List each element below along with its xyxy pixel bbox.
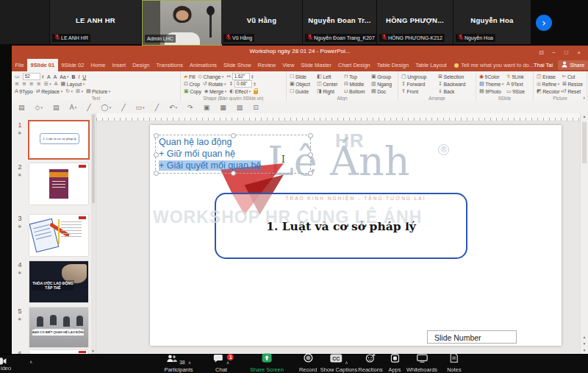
- scroll-down-icon[interactable]: ▼: [581, 347, 588, 354]
- selection-handle[interactable]: [231, 171, 236, 176]
- ribbon-tab-review[interactable]: Review: [254, 59, 279, 71]
- toolbar-item-video-clipped[interactable]: ∧ ideo: [0, 354, 44, 373]
- ribbon-button-9link[interactable]: ↯9Link: [506, 74, 531, 79]
- ribbon-button-9photo[interactable]: ▤9Photo: [479, 88, 503, 94]
- presenter-button[interactable]: ⊡: [535, 49, 548, 56]
- qat-fill-color-icon[interactable]: ◯▾: [101, 104, 112, 111]
- ribbon-tab-animations[interactable]: Animations: [186, 59, 220, 71]
- toolbar-item-show-captions[interactable]: CC∧Show Captions: [320, 356, 357, 373]
- ribbon-tab-insert[interactable]: Insert: [109, 59, 129, 71]
- chevron-up-icon[interactable]: ∧: [345, 360, 348, 365]
- video-tile-admin-lhc[interactable]: Admin LHC: [142, 0, 222, 46]
- ribbon-button-reset[interactable]: ↺Reset: [562, 88, 584, 94]
- ribbon-button-rotate[interactable]: ↺Rotate▾: [203, 81, 226, 87]
- qat-shapes-icon[interactable]: ◇▾: [35, 104, 43, 111]
- ribbon-value-field[interactable]: 1.62": [232, 73, 250, 80]
- qat-pen-icon[interactable]: ╱: [87, 104, 90, 111]
- video-tile-v-h-ng[interactable]: Vũ HằngVũ Hằng: [221, 0, 303, 44]
- qat-save-as-icon[interactable]: ▦: [220, 104, 226, 111]
- video-tile-nguy-n-oan-trang-k207[interactable]: Nguyễn Đoan Tr...Nguyễn Đoan Trang_K207: [303, 0, 377, 44]
- previous-slide-icon[interactable]: ▲: [581, 334, 588, 341]
- ribbon-button-replace[interactable]: ⇄Replace▾: [36, 88, 62, 94]
- ribbon-button-left[interactable]: ◧Left: [317, 74, 341, 79]
- ribbon-button-i[interactable]: I: [78, 74, 79, 79]
- ribbon-button-ngang[interactable]: ▥Ngang: [371, 81, 395, 87]
- ribbon-button-right[interactable]: ◨Right: [317, 88, 341, 94]
- ribbon-tab-table-layout[interactable]: Table Layout: [412, 59, 451, 71]
- ribbon-button-fill[interactable]: ▰Fill: [184, 74, 196, 79]
- ribbon-button-align-left[interactable]: ≡: [15, 81, 19, 87]
- next-slide-icon[interactable]: ▼: [581, 341, 588, 347]
- ribbon-button-middle[interactable]: ⊟Middle: [344, 81, 368, 87]
- slide-textbox[interactable]: Quan hệ lao động+ Giữ mối quan hệ+ Giải …: [155, 135, 311, 174]
- ribbon-button-align-justify[interactable]: ≡: [37, 81, 41, 87]
- ribbon-button-dim-h[interactable]: ↕0.68"▲▼: [229, 80, 257, 88]
- ribbon-button-center[interactable]: ◫Center: [317, 81, 341, 87]
- ribbon-button-backward[interactable]: ↧Backward: [438, 81, 472, 87]
- ribbon-button-merge[interactable]: ◈Merge▾: [204, 88, 226, 94]
- tell-me-box[interactable]: Tell me what you want to do...: [454, 59, 534, 71]
- account-name[interactable]: Thai Tai: [534, 62, 553, 68]
- ribbon-button-9size[interactable]: ▭9Size: [506, 88, 531, 94]
- ribbon-button-effect[interactable]: ◐Effect▾: [229, 88, 251, 94]
- ribbon-value-field[interactable]: 52: [23, 73, 40, 80]
- chevron-up-icon[interactable]: ∧: [188, 360, 191, 365]
- selection-handle[interactable]: [154, 152, 159, 157]
- ribbon-button-font-color[interactable]: A: [54, 81, 58, 87]
- close-button[interactable]: ×: [573, 49, 585, 56]
- ribbon-tab-design[interactable]: Design: [129, 59, 153, 71]
- ribbon-button-picture[interactable]: ▤Picture▾: [86, 88, 110, 94]
- ribbon-button-cut[interactable]: ✂Cut: [562, 74, 585, 79]
- slide-thumbnail-1[interactable]: 1. Luật và cơ sở pháp lý: [29, 121, 88, 158]
- qat-undo-icon[interactable]: ↶▾: [169, 104, 177, 111]
- ribbon-button-b[interactable]: B: [72, 74, 76, 79]
- ribbon-button-ungroup[interactable]: ▢Ungroup: [401, 74, 435, 79]
- ribbon-button-front[interactable]: ⇑Front: [401, 88, 435, 94]
- ribbon-button-align-right[interactable]: ≡: [29, 81, 34, 87]
- slide-thumbnail-2[interactable]: [29, 163, 88, 205]
- slide-number-textbox[interactable]: Slide Number: [427, 330, 517, 344]
- ribbon-button-smartart[interactable]: ⊞▾: [76, 88, 83, 94]
- toolbar-item-share-screen[interactable]: Share Screen: [250, 356, 284, 373]
- qat-monitor-icon[interactable]: ⊡: [253, 104, 259, 111]
- qat-picture-icon[interactable]: ▤: [53, 104, 60, 111]
- spinner-icon[interactable]: ▲▼: [253, 82, 256, 87]
- ribbon-button-9typo[interactable]: A9Typo: [15, 88, 33, 94]
- toolbar-item-apps[interactable]: Apps: [388, 356, 401, 373]
- selection-handle[interactable]: [308, 152, 313, 157]
- maximize-button[interactable]: □: [560, 49, 573, 56]
- qat-outline-icon[interactable]: ▭▾: [136, 104, 145, 111]
- ribbon-button-bullets[interactable]: ☰▾: [44, 81, 51, 87]
- ribbon-button-selection[interactable]: ⊠Selection: [438, 74, 472, 79]
- qat-save-icon[interactable]: ▣: [204, 104, 210, 111]
- ribbon-value-field[interactable]: 0.68": [234, 80, 252, 88]
- ribbon-button-a[interactable]: A: [54, 74, 57, 79]
- ribbon-button-9color[interactable]: ◉9Color: [479, 74, 503, 79]
- ribbon-tab-table-design[interactable]: Table Design: [373, 59, 412, 71]
- video-tile-le-anh-hr[interactable]: LE ANH HRLE ANH HR: [50, 0, 142, 44]
- toolbar-item-whiteboards[interactable]: Whiteboards: [406, 356, 437, 373]
- ribbon-tab-chart-design[interactable]: Chart Design: [335, 59, 374, 71]
- ribbon-button-guide[interactable]: ☐Guide: [290, 88, 314, 94]
- ribbon-button-change[interactable]: ◇Change▾: [198, 74, 224, 79]
- slide-editing-area[interactable]: HR Lê Ánh ® TRAO KINH NGHIỆM - TẶNG TƯƠN…: [150, 125, 562, 346]
- video-tile-nguy-n-hoa[interactable]: Nguyễn HoaNguyễn Hoa: [453, 0, 531, 44]
- ribbon-tab-9slide-02[interactable]: 9Slide 02: [58, 59, 87, 71]
- scroll-down-icon[interactable]: ▼: [91, 348, 95, 354]
- ribbon-tab-view[interactable]: View: [279, 59, 298, 71]
- toolbar-item-record[interactable]: Record: [299, 356, 317, 373]
- selection-handle[interactable]: [308, 171, 313, 176]
- ribbon-button-group[interactable]: ▣Group: [371, 74, 395, 79]
- selection-handle[interactable]: [308, 133, 313, 138]
- ribbon-button-top[interactable]: ⊓Top: [344, 74, 368, 79]
- ribbon-button-a[interactable]: A: [47, 74, 51, 79]
- qat-format-icon[interactable]: ▨: [237, 104, 243, 111]
- collapse-ribbon-icon[interactable]: ∧: [583, 95, 586, 100]
- chevron-up-icon[interactable]: ∧: [226, 360, 229, 365]
- scrollbar-thumb[interactable]: [92, 115, 95, 203]
- toolbar-item-chat[interactable]: 1∧Chat: [213, 356, 229, 373]
- next-participants-button[interactable]: ›: [536, 15, 552, 31]
- ribbon-button-forward[interactable]: ↥Forward: [401, 81, 435, 87]
- ribbon-button-layout[interactable]: ▦Layout▾: [61, 81, 85, 87]
- ribbon-button-textbox[interactable]: ▭: [15, 74, 20, 79]
